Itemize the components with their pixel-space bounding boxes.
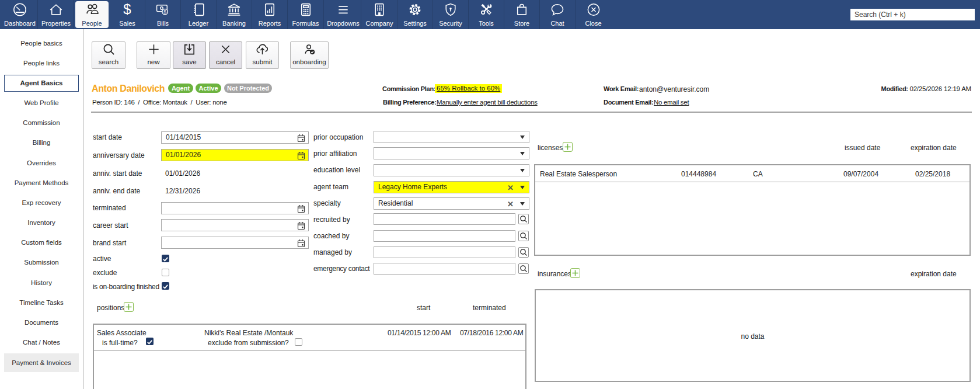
svg-text:$: $ xyxy=(163,9,166,15)
svg-text:$: $ xyxy=(123,1,131,17)
